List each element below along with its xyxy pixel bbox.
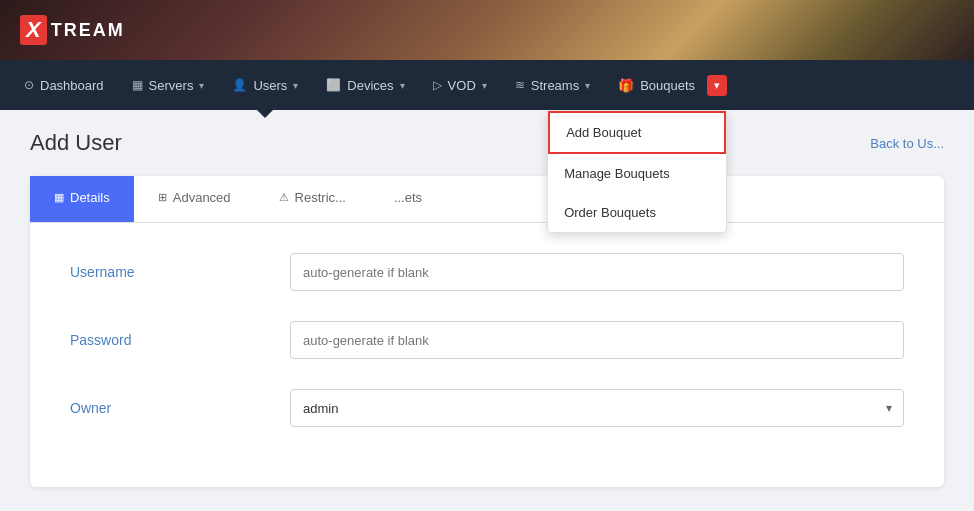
dropdown-item-add-bouquet[interactable]: Add Bouquet	[548, 111, 726, 154]
nav-label-vod: VOD	[448, 78, 476, 93]
dropdown-item-manage-bouquets[interactable]: Manage Bouquets	[548, 154, 726, 193]
form-row-owner: Owner admin ▾	[30, 389, 944, 427]
owner-select-wrapper: admin ▾	[290, 389, 904, 427]
tab-advanced-label: Advanced	[173, 190, 231, 205]
tab-restrictions-label: Restric...	[295, 190, 346, 205]
back-link[interactable]: Back to Us...	[870, 136, 944, 151]
nav-label-bouquets: Bouquets	[640, 78, 695, 93]
tab-bouquets[interactable]: ...ets	[370, 176, 446, 222]
tab-advanced[interactable]: ⊞ Advanced	[134, 176, 255, 222]
password-label: Password	[70, 332, 290, 348]
main-content: Add User Back to Us... ▦ Details ⊞ Advan…	[0, 110, 974, 507]
bouquets-dropdown-toggle[interactable]: ▾	[707, 75, 727, 96]
username-label: Username	[70, 264, 290, 280]
nav-item-dashboard[interactable]: ⊙ Dashboard	[10, 60, 118, 110]
form-row-password: Password	[30, 321, 944, 359]
tab-bouquets-label: ...ets	[394, 190, 422, 205]
nav-item-bouquets-wrapper: 🎁 Bouquets ▾ Add Bouquet Manage Bouquets…	[604, 60, 727, 110]
main-card: ▦ Details ⊞ Advanced ⚠ Restric... ...ets…	[30, 176, 944, 487]
nav-item-devices[interactable]: ⬜ Devices ▾	[312, 60, 418, 110]
form-body: Username Password Owner admin ▾	[30, 223, 944, 487]
logo-text: TREAM	[51, 20, 125, 41]
vod-icon: ▷	[433, 78, 442, 92]
servers-icon: ▦	[132, 78, 143, 92]
streams-icon: ≋	[515, 78, 525, 92]
nav-item-bouquets[interactable]: 🎁 Bouquets ▾	[604, 60, 727, 110]
owner-label: Owner	[70, 400, 290, 416]
password-input[interactable]	[290, 321, 904, 359]
users-icon: 👤	[232, 78, 247, 92]
nav-item-streams[interactable]: ≋ Streams ▾	[501, 60, 604, 110]
streams-chevron-icon: ▾	[585, 80, 590, 91]
bouquets-chevron-icon: ▾	[714, 79, 720, 92]
nav-item-users[interactable]: 👤 Users ▾	[218, 60, 312, 110]
app-header: X TREAM	[0, 0, 974, 60]
bouquets-label-part[interactable]: 🎁 Bouquets	[604, 60, 703, 110]
details-tab-icon: ▦	[54, 191, 64, 204]
logo[interactable]: X TREAM	[20, 15, 125, 45]
dropdown-item-order-bouquets[interactable]: Order Bouquets	[548, 193, 726, 232]
vod-chevron-icon: ▾	[482, 80, 487, 91]
tab-details[interactable]: ▦ Details	[30, 176, 134, 222]
page-title: Add User	[30, 130, 122, 156]
devices-icon: ⬜	[326, 78, 341, 92]
users-chevron-icon: ▾	[293, 80, 298, 91]
devices-chevron-icon: ▾	[400, 80, 405, 91]
username-input[interactable]	[290, 253, 904, 291]
bouquets-icon: 🎁	[618, 78, 634, 93]
advanced-tab-icon: ⊞	[158, 191, 167, 204]
nav-label-devices: Devices	[347, 78, 393, 93]
dashboard-icon: ⊙	[24, 78, 34, 92]
logo-x-letter: X	[20, 15, 47, 45]
nav-item-servers[interactable]: ▦ Servers ▾	[118, 60, 219, 110]
owner-select[interactable]: admin	[290, 389, 904, 427]
tab-bar: ▦ Details ⊞ Advanced ⚠ Restric... ...ets	[30, 176, 944, 223]
nav-label-users: Users	[253, 78, 287, 93]
restrictions-tab-icon: ⚠	[279, 191, 289, 204]
nav-label-dashboard: Dashboard	[40, 78, 104, 93]
tab-details-label: Details	[70, 190, 110, 205]
bouquets-dropdown-menu: Add Bouquet Manage Bouquets Order Bouque…	[547, 110, 727, 233]
main-nav: ⊙ Dashboard ▦ Servers ▾ 👤 Users ▾ ⬜ Devi…	[0, 60, 974, 110]
tab-restrictions[interactable]: ⚠ Restric...	[255, 176, 370, 222]
page-header: Add User Back to Us...	[30, 130, 944, 156]
form-row-username: Username	[30, 253, 944, 291]
servers-chevron-icon: ▾	[199, 80, 204, 91]
nav-item-vod[interactable]: ▷ VOD ▾	[419, 60, 501, 110]
nav-label-servers: Servers	[149, 78, 194, 93]
nav-label-streams: Streams	[531, 78, 579, 93]
